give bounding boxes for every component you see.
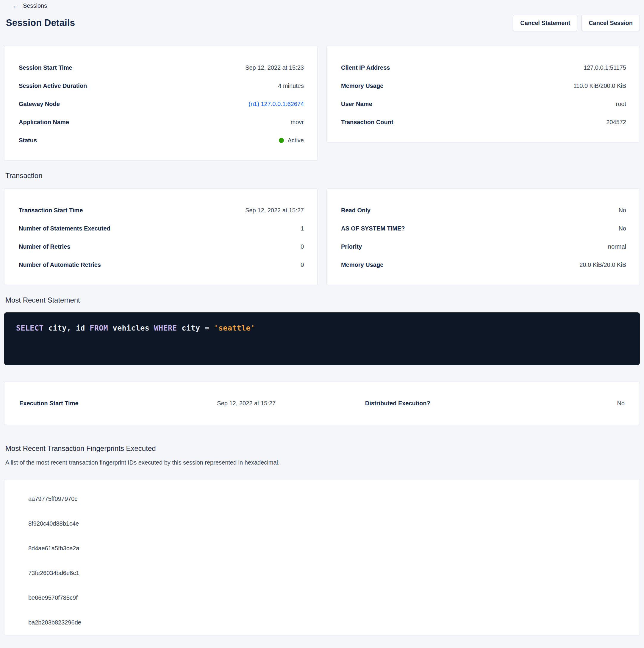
fingerprint-item: 73fe26034bd6e6c1 <box>4 561 640 586</box>
read-only-label: Read Only <box>341 207 370 214</box>
priority-label: Priority <box>341 243 362 250</box>
statements-executed-value: 1 <box>301 225 304 232</box>
statement-section-heading: Most Recent Statement <box>4 295 640 305</box>
fingerprints-description: A list of the most recent transaction fi… <box>5 458 640 467</box>
fingerprint-item: 8d4ae61a5fb3ce2a <box>4 536 640 561</box>
sql-text: city, id <box>44 324 90 332</box>
sql-keyword: SELECT <box>16 324 44 332</box>
transaction-start-time-row: Transaction Start Time Sep 12, 2022 at 1… <box>19 201 304 219</box>
fingerprints-section-heading: Most Recent Transaction Fingerprints Exe… <box>4 443 640 453</box>
user-name-label: User Name <box>341 101 372 108</box>
session-start-time-label: Session Start Time <box>19 64 72 71</box>
back-to-sessions-link[interactable]: ← Sessions <box>12 2 47 9</box>
gateway-node-link[interactable]: (n1) 127.0.0.1:62674 <box>248 101 304 108</box>
status-badge: Active <box>279 137 304 144</box>
session-details-page: ← Sessions Session Details Cancel Statem… <box>0 0 644 635</box>
statements-executed-row: Number of Statements Executed 1 <box>19 219 304 238</box>
transaction-count-value: 204572 <box>606 119 626 126</box>
application-name-row: Application Name movr <box>19 113 304 131</box>
back-link-label: Sessions <box>23 2 47 9</box>
user-name-value: root <box>616 101 626 108</box>
status-dot-icon <box>279 138 284 143</box>
sql-text: city = <box>177 324 214 332</box>
sql-text: vehicles <box>108 324 154 332</box>
sql-statement: SELECT city, id FROM vehicles WHERE city… <box>16 324 628 332</box>
application-name-value: movr <box>291 119 304 126</box>
session-memory-usage-value: 110.0 KiB/200.0 KiB <box>573 83 626 89</box>
fingerprint-item: 8f920c40d88b1c4e <box>4 511 640 536</box>
session-active-duration-row: Session Active Duration 4 minutes <box>19 77 304 95</box>
session-info-card: Session Start Time Sep 12, 2022 at 15:23… <box>4 46 317 161</box>
status-row: Status Active <box>19 131 304 150</box>
transaction-start-time-label: Transaction Start Time <box>19 207 83 214</box>
fingerprint-item: aa79775ff097970c <box>4 487 640 511</box>
session-memory-usage-row: Memory Usage 110.0 KiB/200.0 KiB <box>341 77 626 95</box>
page-title: Session Details <box>6 17 75 28</box>
automatic-retries-row: Number of Automatic Retries 0 <box>19 256 304 274</box>
client-ip-label: Client IP Address <box>341 64 390 71</box>
execution-start-time-value: Sep 12, 2022 at 15:27 <box>171 400 322 407</box>
client-ip-row: Client IP Address 127.0.0.1:51175 <box>341 59 626 77</box>
cancel-statement-button[interactable]: Cancel Statement <box>513 15 577 31</box>
retries-label: Number of Retries <box>19 243 70 250</box>
automatic-retries-value: 0 <box>301 262 304 268</box>
session-active-duration-label: Session Active Duration <box>19 83 87 89</box>
as-of-system-time-value: No <box>619 225 626 232</box>
as-of-system-time-row: AS OF SYSTEM TIME? No <box>341 219 626 238</box>
distributed-execution-label: Distributed Execution? <box>322 400 473 407</box>
statements-executed-label: Number of Statements Executed <box>19 225 110 232</box>
header-actions: Cancel Statement Cancel Session <box>513 15 640 31</box>
session-start-time-row: Session Start Time Sep 12, 2022 at 15:23 <box>19 59 304 77</box>
session-summary-row: Session Start Time Sep 12, 2022 at 15:23… <box>4 46 640 161</box>
as-of-system-time-label: AS OF SYSTEM TIME? <box>341 225 405 232</box>
transaction-start-time-value: Sep 12, 2022 at 15:27 <box>245 207 304 214</box>
read-only-value: No <box>619 207 626 214</box>
status-label: Status <box>19 137 37 144</box>
retries-value: 0 <box>301 243 304 250</box>
arrow-left-icon: ← <box>12 2 19 9</box>
gateway-node-label: Gateway Node <box>19 101 60 108</box>
gateway-node-row: Gateway Node (n1) 127.0.0.1:62674 <box>19 95 304 113</box>
priority-row: Priority normal <box>341 238 626 256</box>
automatic-retries-label: Number of Automatic Retries <box>19 262 101 268</box>
transaction-memory-usage-row: Memory Usage 20.0 KiB/20.0 KiB <box>341 256 626 274</box>
sql-keyword: WHERE <box>154 324 177 332</box>
transaction-section-heading: Transaction <box>4 171 640 181</box>
fingerprint-item: be06e9570f785c9f <box>4 586 640 610</box>
client-info-card: Client IP Address 127.0.0.1:51175 Memory… <box>327 46 640 142</box>
session-active-duration-value: 4 minutes <box>278 83 304 89</box>
fingerprints-card: aa79775ff097970c 8f920c40d88b1c4e 8d4ae6… <box>4 479 640 635</box>
transaction-count-row: Transaction Count 204572 <box>341 113 626 131</box>
application-name-label: Application Name <box>19 119 69 126</box>
session-memory-usage-label: Memory Usage <box>341 83 383 89</box>
transaction-count-label: Transaction Count <box>341 119 394 126</box>
fingerprint-item: ba2b203b823296de <box>4 610 640 635</box>
transaction-info-card: Transaction Start Time Sep 12, 2022 at 1… <box>4 188 317 285</box>
sql-keyword: FROM <box>90 324 108 332</box>
client-ip-value: 127.0.0.1:51175 <box>584 64 626 71</box>
retries-row: Number of Retries 0 <box>19 238 304 256</box>
transaction-memory-usage-label: Memory Usage <box>341 262 383 268</box>
priority-value: normal <box>608 243 626 250</box>
read-only-row: Read Only No <box>341 201 626 219</box>
transaction-memory-usage-value: 20.0 KiB/20.0 KiB <box>579 262 626 268</box>
user-name-row: User Name root <box>341 95 626 113</box>
execution-info-card: Execution Start Time Sep 12, 2022 at 15:… <box>4 382 640 425</box>
page-header: Session Details Cancel Statement Cancel … <box>4 15 640 31</box>
sql-statement-box: SELECT city, id FROM vehicles WHERE city… <box>4 312 640 365</box>
back-nav: ← Sessions <box>4 0 640 11</box>
execution-start-time-label: Execution Start Time <box>19 400 171 407</box>
status-value: Active <box>288 137 304 144</box>
distributed-execution-value: No <box>473 400 625 407</box>
sql-string-literal: 'seattle' <box>214 324 255 332</box>
transaction-properties-card: Read Only No AS OF SYSTEM TIME? No Prior… <box>327 188 640 285</box>
transaction-row: Transaction Start Time Sep 12, 2022 at 1… <box>4 188 640 285</box>
session-start-time-value: Sep 12, 2022 at 15:23 <box>245 64 304 71</box>
cancel-session-button[interactable]: Cancel Session <box>582 15 640 31</box>
